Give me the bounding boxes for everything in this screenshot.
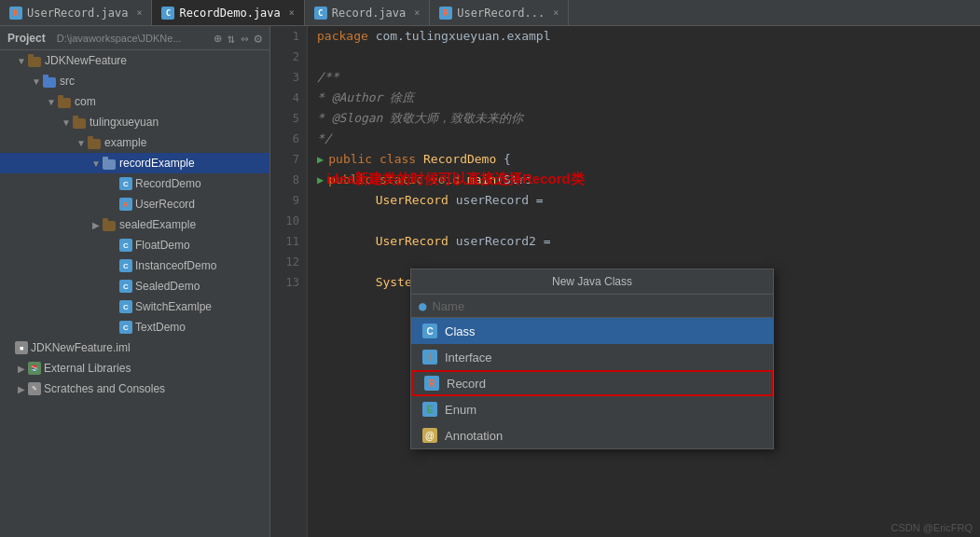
label-iml: JDKNewFeature.iml [31, 341, 131, 354]
tab-icon-c2: C [314, 7, 327, 20]
arrow-jdknewfeature: ▼ [15, 56, 28, 66]
sidebar-icon-expand[interactable]: ⇔ [241, 31, 248, 46]
tab-label-record: Record.java [332, 7, 406, 20]
tree-item-recordexample[interactable]: ▼ recordExample [0, 153, 269, 173]
tree-item-userrecord[interactable]: R UserRecord [0, 194, 269, 214]
tab-close-userrecord2[interactable]: × [553, 7, 559, 18]
tab-close-record[interactable]: × [414, 7, 420, 18]
sidebar-icon-new[interactable]: ⊕ [214, 31, 221, 46]
sidebar-icon-sync[interactable]: ⇅ [228, 31, 235, 46]
comment-start: /** [317, 67, 338, 88]
line-num-11: 11 [270, 231, 299, 252]
file-icon-scratches: ✎ [28, 382, 41, 395]
folder-icon-tulingxueyuan [73, 118, 86, 129]
tree-item-tulingxueyuan[interactable]: ▼ tulingxueyuan [0, 112, 269, 132]
tab-userrecord2[interactable]: R UserRecord... × [430, 0, 569, 25]
line-num-1: 1 [270, 26, 299, 47]
folder-icon-jdknewfeature [28, 57, 41, 67]
dialog-icon-interface: I [422, 350, 437, 365]
tree-item-external-lib[interactable]: ▶ 📚 External Libraries [0, 358, 269, 379]
tree-item-iml[interactable]: ■ JDKNewFeature.iml [0, 337, 269, 358]
folder-icon-src [43, 77, 56, 88]
label-sealedexample: sealedExample [119, 218, 196, 231]
keyword-package: package [317, 26, 368, 47]
tree-item-jdknewfeature[interactable]: ▼ JDKNewFeature [0, 50, 269, 71]
file-icon-switchexampelpe: C [119, 300, 132, 313]
dialog-name-input[interactable] [432, 299, 766, 313]
code-line-10 [317, 211, 971, 231]
arrow-recordexample: ▼ [90, 158, 103, 169]
label-userrecord: UserRecord [135, 198, 195, 211]
folder-icon-sealedexample [103, 221, 116, 231]
tree-item-src[interactable]: ▼ src [0, 71, 269, 91]
editor-area[interactable]: 1 2 3 4 5 6 7 8 9 10 11 12 13 package co… [270, 26, 980, 537]
classname-recorddemo: RecordDemo [423, 149, 496, 170]
line-num-13: 13 [270, 272, 299, 293]
label-com: com [75, 95, 96, 108]
run-arrow-8[interactable]: ▶ [317, 170, 324, 190]
label-extlib: External Libraries [44, 362, 131, 375]
dialog-item-enum[interactable]: E Enum [411, 396, 773, 422]
tab-label-recorddemo: RecordDemo.java [179, 7, 280, 20]
arrow-scratches: ▶ [15, 384, 28, 394]
dialog-icon-record: R [424, 376, 439, 391]
file-icon-textdemo: C [119, 321, 132, 334]
label-recorddemo: RecordDemo [135, 177, 201, 190]
line-num-4: 4 [270, 88, 299, 108]
line-num-3: 3 [270, 67, 299, 88]
tree-item-recorddemo[interactable]: C RecordDemo [0, 173, 269, 194]
classname-userrecord-1: UserRecord [376, 190, 449, 211]
tree-item-example[interactable]: ▼ example [0, 132, 269, 153]
line-num-6: 6 [270, 129, 299, 149]
label-sealeddemo: SealedDemo [135, 280, 200, 293]
tab-recorddemo[interactable]: C RecordDemo.java × [152, 0, 304, 25]
sidebar-icon-settings[interactable]: ⚙ [255, 31, 262, 46]
line-numbers: 1 2 3 4 5 6 7 8 9 10 11 12 13 [270, 26, 308, 537]
tab-record[interactable]: C Record.java × [305, 0, 431, 25]
arrow-src: ▼ [30, 76, 43, 87]
label-scratches: Scratches and Consoles [44, 382, 165, 395]
tab-close-userrecord[interactable]: × [136, 7, 142, 18]
dialog-item-class[interactable]: C Class [411, 318, 773, 344]
tree-item-floatdemo[interactable]: C FloatDemo [0, 235, 269, 255]
tree-item-instanceofdemo[interactable]: C InstanceofDemo [0, 255, 269, 276]
dialog-icon-enum: E [422, 402, 437, 417]
tab-icon-r: R [9, 7, 22, 20]
line-num-5: 5 [270, 108, 299, 129]
sidebar: Project D:\javaworkspace\JDKNe... ⊕ ⇅ ⇔ … [0, 26, 270, 537]
run-arrow-7[interactable]: ▶ [317, 149, 324, 170]
code-line-5: * @Slogan 致敬大师，致敬未来的你 [317, 108, 971, 129]
dialog-item-record[interactable]: R Record [411, 370, 773, 396]
sidebar-title: Project [7, 32, 46, 45]
sidebar-header: Project D:\javaworkspace\JDKNe... ⊕ ⇅ ⇔ … [0, 26, 269, 50]
tab-userrecord[interactable]: R UserRecord.java × [0, 0, 152, 25]
tree-item-com[interactable]: ▼ com [0, 91, 269, 112]
folder-icon-recordexample [103, 159, 116, 170]
line-num-7: 7 [270, 149, 299, 170]
dialog-label-annotation: Annotation [445, 429, 503, 443]
tab-label-userrecord: UserRecord.java [27, 7, 128, 20]
folder-icon-example [88, 139, 101, 149]
tree-item-switchexampelpe[interactable]: C SwitchExamlpe [0, 296, 269, 317]
dialog-item-interface[interactable]: I Interface [411, 344, 773, 370]
code-line-3: /** [317, 67, 971, 88]
label-example: example [104, 136, 146, 149]
dialog-item-annotation[interactable]: @ Annotation [411, 422, 773, 448]
label-switchexampelpe: SwitchExamlpe [135, 300, 212, 313]
file-icon-iml: ■ [15, 341, 28, 354]
tab-close-recorddemo[interactable]: × [289, 7, 295, 18]
tree-item-sealeddemo[interactable]: C SealedDemo [0, 276, 269, 296]
code-line-2 [317, 47, 971, 67]
dialog-icon-class: C [422, 324, 437, 338]
folder-icon-com [58, 98, 71, 108]
tree-item-textdemo[interactable]: C TextDemo [0, 317, 269, 337]
code-line-1: package com.tulingxueyuan.exampl [317, 26, 971, 47]
tree-item-sealedexample[interactable]: ▶ sealedExample [0, 214, 269, 235]
tree-item-scratches[interactable]: ▶ ✎ Scratches and Consoles [0, 379, 269, 399]
comment-slogan: * @Slogan 致敬大师，致敬未来的你 [317, 108, 523, 129]
dialog-label-interface: Interface [445, 351, 492, 365]
file-icon-userrecord: R [119, 198, 132, 211]
dialog-search-bar[interactable]: ● [411, 295, 773, 318]
label-textdemo: TextDemo [135, 321, 186, 334]
line-num-8: 8 [270, 170, 299, 190]
